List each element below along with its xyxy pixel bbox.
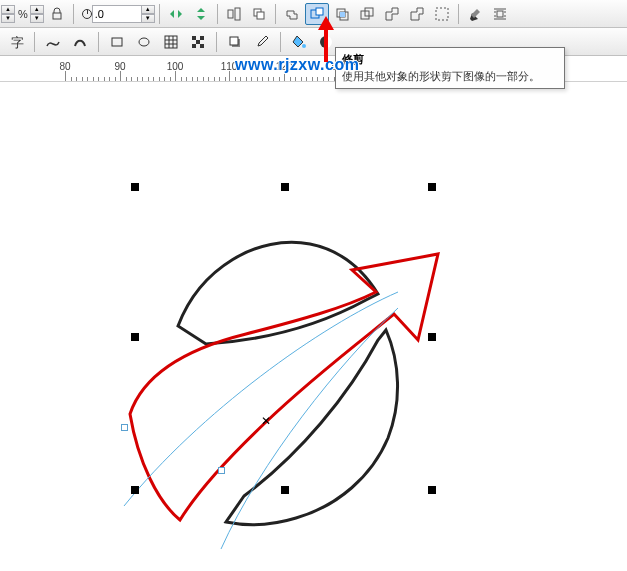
selection-handle[interactable] xyxy=(131,333,139,341)
tooltip: 修剪 使用其他对象的形状剪下图像的一部分。 xyxy=(335,47,565,89)
drawing-canvas[interactable]: ✕ xyxy=(0,82,627,571)
artistic-media-icon[interactable] xyxy=(68,31,92,53)
svg-rect-1 xyxy=(228,10,233,18)
freehand-icon[interactable] xyxy=(41,31,65,53)
mirror-h-icon[interactable] xyxy=(164,3,188,25)
spinner[interactable]: ▲▼ xyxy=(30,5,44,23)
bezier-node[interactable] xyxy=(121,424,128,431)
tooltip-desc: 使用其他对象的形状剪下图像的一部分。 xyxy=(342,69,558,84)
selection-handle[interactable] xyxy=(131,486,139,494)
selection-handle[interactable] xyxy=(428,183,436,191)
back-minus-front-icon[interactable] xyxy=(405,3,429,25)
selection-handle[interactable] xyxy=(281,183,289,191)
svg-rect-19 xyxy=(200,36,204,40)
checker-icon[interactable] xyxy=(186,31,210,53)
svg-rect-0 xyxy=(53,13,61,19)
tooltip-title: 修剪 xyxy=(342,52,558,67)
svg-text:字: 字 xyxy=(11,35,24,50)
percent-label: % xyxy=(18,8,28,20)
selection-center-icon: ✕ xyxy=(261,414,271,428)
selection-handle[interactable] xyxy=(428,486,436,494)
watermark: www.rjzxw.com xyxy=(235,56,359,74)
svg-rect-21 xyxy=(192,44,196,48)
selection-handle[interactable] xyxy=(281,486,289,494)
selection-handle[interactable] xyxy=(131,183,139,191)
fill-icon[interactable] xyxy=(287,31,311,53)
wrap-text-icon[interactable] xyxy=(488,3,512,25)
boundary-icon[interactable] xyxy=(430,3,454,25)
svg-rect-4 xyxy=(257,12,264,19)
simplify-icon[interactable] xyxy=(355,3,379,25)
svg-rect-17 xyxy=(165,36,177,48)
svg-rect-2 xyxy=(235,8,240,20)
angle-icon xyxy=(82,9,92,19)
svg-rect-24 xyxy=(230,37,238,45)
front-minus-back-icon[interactable] xyxy=(380,3,404,25)
mirror-v-icon[interactable] xyxy=(189,3,213,25)
selection-handle[interactable] xyxy=(428,333,436,341)
rotation-input[interactable] xyxy=(92,5,142,23)
bezier-node[interactable] xyxy=(218,467,225,474)
align-icon[interactable] xyxy=(222,3,246,25)
weld-icon[interactable] xyxy=(280,3,304,25)
dropper-icon[interactable] xyxy=(250,31,274,53)
lock-ratio-icon[interactable] xyxy=(45,3,69,25)
pattern-icon[interactable] xyxy=(159,31,183,53)
ellipse-icon[interactable] xyxy=(132,31,156,53)
vector-artwork xyxy=(0,82,627,571)
rotation-field[interactable]: ▲▼ xyxy=(78,5,155,23)
svg-point-25 xyxy=(302,44,306,48)
annotation-arrow-icon xyxy=(314,14,338,64)
drop-shadow-icon[interactable] xyxy=(223,31,247,53)
spinner[interactable]: ▲▼ xyxy=(1,5,15,23)
pen-outline-icon[interactable] xyxy=(463,3,487,25)
svg-rect-18 xyxy=(192,36,196,40)
rectangle-icon[interactable] xyxy=(105,31,129,53)
svg-rect-20 xyxy=(196,40,200,44)
svg-rect-12 xyxy=(436,8,448,20)
svg-rect-9 xyxy=(340,12,345,17)
svg-rect-13 xyxy=(497,11,503,17)
svg-point-16 xyxy=(139,38,149,46)
order-icon[interactable] xyxy=(247,3,271,25)
svg-rect-22 xyxy=(200,44,204,48)
svg-rect-15 xyxy=(112,38,122,46)
text-tool-icon[interactable]: 字 xyxy=(4,31,28,53)
